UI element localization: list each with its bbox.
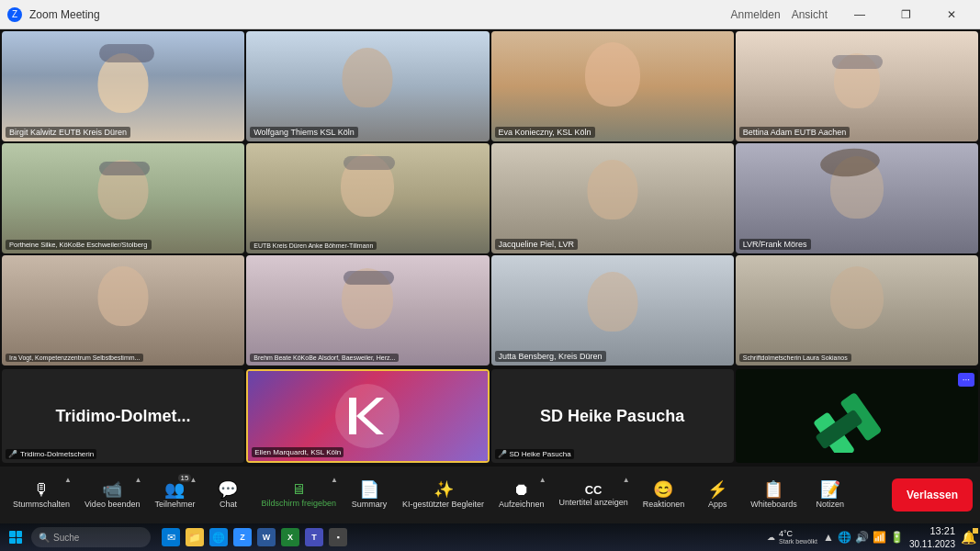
face-silhouette-12 [830, 266, 884, 329]
anmelden-link[interactable]: Anmelden [731, 8, 781, 21]
minimize-button[interactable]: — [839, 3, 881, 27]
aufzeichnen-button[interactable]: ⏺ Aufzeichnen ▲ [493, 472, 550, 518]
video-cell-7: Jacqueline Piel, LVR [491, 143, 734, 253]
video-cell-11: Jutta Bensberg, Kreis Düren [491, 255, 734, 365]
battery-icon: 🔋 [890, 531, 904, 544]
bildschirm-label: Bildschirm freigeben [261, 499, 336, 508]
video-cell-10: Brehm Beate KöKoBe Alsdorf, Baesweiler, … [246, 255, 489, 365]
untertitel-label: Untertitel anzeigen [559, 498, 628, 507]
titlebar: Z Zoom Meeting Anmelden Ansicht — ❐ ✕ [0, 0, 980, 29]
up-arrow-icon[interactable]: ▲ [823, 531, 834, 544]
apps-button[interactable]: ⚡ Apps [693, 472, 741, 518]
untertitel-button[interactable]: CC Untertitel anzeigen ▲ [554, 472, 634, 518]
taskbar-folder-app[interactable]: 📁 [186, 528, 204, 546]
participant-grid: Birgit Kalwitz EUTB Kreis Düren Wolfgang… [0, 29, 980, 369]
chat-toolbar-icon: 💬 [218, 481, 238, 498]
summary-label: Summary [352, 500, 388, 509]
green-arrow-svg [811, 379, 903, 453]
chat-button[interactable]: 💬 Chat [204, 472, 252, 518]
win-sq-3 [9, 538, 16, 545]
participant-name-10: Brehm Beate KöKoBe Alsdorf, Baesweiler, … [250, 354, 399, 362]
taskbar-zoom-app[interactable]: Z [233, 528, 252, 546]
ksl-logo-circle [335, 384, 400, 448]
notes-icon: 📝 [820, 481, 840, 498]
weather-widget: ☁ 4°C Stark bewölkt [767, 529, 817, 545]
whiteboards-label: Whiteboards [750, 500, 797, 509]
mic-icon-sd: 🎤 [498, 450, 507, 458]
chat-label: Chat [220, 500, 237, 509]
reactions-icon: 😊 [653, 481, 673, 498]
titlebar-controls: — ❐ ✕ [839, 3, 973, 27]
ki-button[interactable]: ✨ KI-gestützter Begleiter [397, 472, 490, 518]
participant-name-3: Eva Konieczny, KSL Köln [495, 127, 595, 138]
taskbar-excel-app[interactable]: X [281, 528, 299, 546]
wifi-icon: 📶 [873, 531, 886, 544]
taskbar-search-box[interactable]: 🔍 Suche [31, 527, 151, 547]
ki-icon: ✨ [434, 481, 454, 498]
leave-button[interactable]: Verlassen [892, 478, 973, 512]
taskbar-edge-app[interactable]: 🌐 [209, 528, 228, 546]
apps-label: Apps [708, 500, 727, 509]
ellen-tile: Ellen Marquardt, KSL Köln [246, 369, 489, 463]
face-silhouette-3 [585, 42, 640, 107]
participant-name-1: Birgit Kalwitz EUTB Kreis Düren [6, 127, 130, 138]
teilnehmer-button[interactable]: 👥 15 Teilnehmer ▲ [149, 472, 200, 518]
taskbar-teams-app[interactable]: T [305, 528, 323, 546]
cc-icon: CC [585, 484, 603, 496]
record-icon: ⏺ [513, 481, 530, 498]
search-icon: 🔍 [39, 533, 50, 543]
screen-share-icon: 🖥 [291, 482, 306, 497]
video-cell-4: Bettina Adam EUTB Aachen [736, 31, 978, 141]
video-button[interactable]: 📹 Video beenden ▲ [79, 472, 145, 518]
participant-name-11: Jutta Bensberg, Kreis Düren [495, 351, 606, 362]
mic-toolbar-icon: 🎙 [33, 481, 50, 498]
notification-icon[interactable]: 🔔 [961, 530, 976, 545]
video-cell-8: LVR/Frank Möres [736, 143, 978, 253]
taskbar-mail-app[interactable]: ✉ [162, 528, 180, 546]
video-cell-5: Portheine Silke, KöKoBe Eschweiler/Stolb… [2, 143, 244, 253]
search-placeholder: Suche [53, 533, 79, 543]
mic-icon-tridimo: 🎤 [8, 450, 17, 458]
stummschalten-button[interactable]: 🎙 Stummschalten ▲ [7, 472, 75, 518]
video-chevron: ▲ [135, 476, 142, 484]
reaktionen-button[interactable]: 😊 Reaktionen [637, 472, 691, 518]
notizen-button[interactable]: 📝 Notizen [806, 472, 854, 518]
glasses-10 [344, 271, 394, 285]
video-cell-12: Schriftdolmetscherin Laura Sokianos [736, 255, 978, 365]
video-toolbar-icon: 📹 [102, 481, 122, 498]
whiteboards-button[interactable]: 📋 Whiteboards [745, 472, 803, 518]
taskbar-sys-icons: ▲ 🌐 🔊 📶 🔋 [823, 531, 904, 544]
glasses-6 [344, 156, 395, 170]
ki-label: KI-gestützter Begleiter [402, 500, 484, 509]
windows-logo [9, 531, 22, 544]
close-button[interactable]: ✕ [930, 3, 973, 27]
clock-date: 30.11.2023 [909, 538, 955, 550]
temperature: 4°C [779, 529, 817, 538]
more-button[interactable]: ··· [958, 373, 974, 387]
ansicht-menu[interactable]: Ansicht [792, 8, 828, 21]
participant-name-8: LVR/Frank Möres [739, 239, 811, 250]
participants-icon: 👥 [164, 481, 185, 498]
bottom-toolbar: 🎙 Stummschalten ▲ 📹 Video beenden ▲ 👥 15… [0, 467, 980, 523]
video-cell-2: Wolfgang Thiems KSL Köln [246, 31, 489, 141]
ksl-logo-inner [344, 393, 390, 439]
bildschirm-button[interactable]: 🖥 Bildschirm freigeben ▲ [255, 472, 342, 518]
participant-name-9: Ira Vogt, Kompetenzzentrum Selbstbestimm… [6, 354, 143, 362]
taskbar-word-app[interactable]: W [257, 528, 276, 546]
weather-desc: Stark bewölkt [779, 538, 817, 545]
reaktionen-label: Reaktionen [643, 500, 685, 509]
maximize-button[interactable]: ❐ [884, 3, 927, 27]
face-silhouette-11 [587, 272, 637, 332]
summary-button[interactable]: 📄 Summary [345, 472, 393, 518]
face-silhouette-7 [587, 160, 637, 219]
green-logo-tile: ··· [736, 369, 978, 463]
network-icon: 🌐 [838, 531, 851, 544]
sd-heike-tile: SD Heike Pasucha 🎤 SD Heike Pasucha [491, 369, 734, 463]
taskbar-pinned-apps: ✉ 📁 🌐 Z W X T ▪ [162, 528, 347, 546]
participant-name-12: Schriftdolmetscherin Laura Sokianos [739, 354, 851, 362]
win-sq-4 [17, 538, 23, 545]
titlebar-left: Z Zoom Meeting [7, 7, 100, 22]
taskbar-other-app[interactable]: ▪ [329, 528, 347, 546]
start-button[interactable] [4, 527, 28, 547]
glasses-4 [832, 55, 883, 69]
